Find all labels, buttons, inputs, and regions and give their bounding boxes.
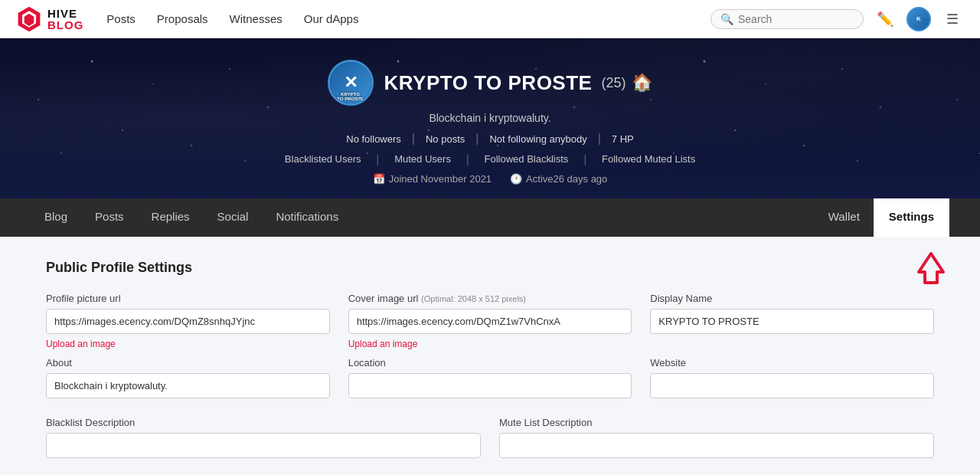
nav-links: Posts Proposals Witnesses Our dApps bbox=[106, 12, 710, 25]
profile-meta: 📅 Joined November 2021 🕐 Active26 days a… bbox=[15, 173, 965, 185]
location-input[interactable] bbox=[348, 373, 632, 398]
clock-icon: 🕐 bbox=[510, 173, 522, 185]
followed-blacklists-link[interactable]: Followed Blacklists bbox=[485, 153, 569, 165]
profile-reputation: (25) bbox=[601, 75, 626, 91]
form-row-3: Blacklist Description Mute List Descript… bbox=[46, 417, 934, 458]
profile-joined: 📅 Joined November 2021 bbox=[373, 173, 492, 185]
about-label: About bbox=[46, 357, 330, 369]
avatar-x-icon: ✕ bbox=[344, 73, 358, 93]
search-input[interactable] bbox=[738, 13, 854, 25]
profile-avatar[interactable]: ✕ KRYPTOTO PROSTE bbox=[328, 60, 374, 106]
nav-dapps[interactable]: Our dApps bbox=[304, 12, 359, 25]
profile-tagline: Blockchain i kryptowaluty. bbox=[15, 112, 965, 124]
edit-icon-button[interactable]: ✏️ bbox=[873, 7, 897, 31]
profile-hp[interactable]: 7 HP bbox=[601, 133, 645, 145]
profile-posts[interactable]: No posts bbox=[415, 133, 475, 145]
section-title: Public Profile Settings bbox=[46, 260, 934, 276]
website-label: Website bbox=[650, 357, 934, 369]
cover-image-hint: (Optimal: 2048 x 512 pixels) bbox=[421, 294, 526, 303]
profile-picture-group: Profile picture url Upload an image bbox=[46, 293, 330, 349]
profile-stats: No followers | No posts | Not following … bbox=[15, 132, 965, 146]
profile-followers[interactable]: No followers bbox=[335, 133, 412, 145]
profile-username: KRYPTO TO PROSTE bbox=[384, 71, 593, 95]
subnav-replies[interactable]: Replies bbox=[138, 198, 204, 237]
upload-cover-image-link[interactable]: Upload an image bbox=[348, 339, 632, 349]
profile-picture-input[interactable] bbox=[46, 309, 330, 334]
website-input[interactable] bbox=[650, 373, 934, 398]
scroll-top-icon bbox=[913, 249, 949, 286]
logo-area[interactable]: HIVE BLOG bbox=[15, 5, 83, 33]
menu-button[interactable]: ☰ bbox=[940, 7, 965, 31]
subnav-wallet[interactable]: Wallet bbox=[815, 198, 874, 237]
about-group: About bbox=[46, 357, 330, 398]
profile-top: ✕ KRYPTOTO PROSTE KRYPTO TO PROSTE (25) … bbox=[15, 60, 965, 106]
profile-name-area: KRYPTO TO PROSTE (25) 🏠 bbox=[384, 71, 653, 95]
mute-list-desc-group: Mute List Description bbox=[499, 417, 934, 458]
sub-nav-right: Wallet Settings bbox=[815, 198, 949, 237]
mute-list-desc-input[interactable] bbox=[499, 433, 934, 458]
display-name-group: Display Name bbox=[650, 293, 934, 349]
svg-marker-3 bbox=[919, 254, 943, 283]
mute-list-desc-label: Mute List Description bbox=[499, 417, 934, 428]
sub-nav-links: Blog Posts Replies Social Notifications bbox=[31, 198, 815, 237]
logo-blog: BLOG bbox=[47, 19, 83, 31]
cover-image-label: Cover image url (Optimal: 2048 x 512 pix… bbox=[348, 293, 632, 304]
profile-links: Blacklisted Users | Muted Users | Follow… bbox=[15, 153, 965, 165]
profile-emoji: 🏠 bbox=[632, 73, 652, 93]
blacklisted-users-link[interactable]: Blacklisted Users bbox=[285, 153, 361, 165]
calendar-icon: 📅 bbox=[373, 173, 385, 185]
followed-muted-lists-link[interactable]: Followed Muted Lists bbox=[602, 153, 695, 165]
logo-text: HIVE BLOG bbox=[47, 8, 83, 31]
avatar-label: KRYPTOTO PROSTE bbox=[337, 92, 364, 102]
subnav-settings[interactable]: Settings bbox=[874, 198, 949, 237]
blacklist-desc-group: Blacklist Description bbox=[46, 417, 481, 458]
display-name-label: Display Name bbox=[650, 293, 934, 304]
main-content: Public Profile Settings Profile picture … bbox=[0, 237, 980, 475]
display-name-input[interactable] bbox=[650, 309, 934, 334]
nav-proposals[interactable]: Proposals bbox=[157, 12, 208, 25]
form-row-1: Profile picture url Upload an image Cove… bbox=[46, 293, 934, 349]
subnav-social[interactable]: Social bbox=[204, 198, 263, 237]
profile-banner: ✕ KRYPTOTO PROSTE KRYPTO TO PROSTE (25) … bbox=[0, 38, 980, 198]
profile-active: 🕐 Active26 days ago bbox=[510, 173, 607, 185]
top-nav: HIVE BLOG Posts Proposals Witnesses Our … bbox=[0, 0, 980, 38]
upload-profile-image-link[interactable]: Upload an image bbox=[46, 339, 330, 349]
muted-users-link[interactable]: Muted Users bbox=[394, 153, 451, 165]
scroll-top-button[interactable] bbox=[913, 249, 949, 286]
cover-image-input[interactable] bbox=[348, 309, 632, 334]
about-input[interactable] bbox=[46, 373, 330, 398]
search-icon: 🔍 bbox=[720, 13, 733, 25]
location-group: Location bbox=[348, 357, 632, 398]
profile-picture-label: Profile picture url bbox=[46, 293, 330, 304]
nav-posts[interactable]: Posts bbox=[106, 12, 136, 25]
logo-hive: HIVE bbox=[47, 8, 83, 19]
sub-nav: Blog Posts Replies Social Notifications … bbox=[0, 198, 980, 237]
subnav-notifications[interactable]: Notifications bbox=[262, 198, 352, 237]
subnav-posts[interactable]: Posts bbox=[81, 198, 138, 237]
nav-right: 🔍 ✏️ K ☰ bbox=[710, 7, 965, 31]
cover-image-group: Cover image url (Optimal: 2048 x 512 pix… bbox=[348, 293, 632, 349]
subnav-blog[interactable]: Blog bbox=[31, 198, 81, 237]
form-row-2: About Location Website bbox=[46, 357, 934, 398]
blacklist-desc-label: Blacklist Description bbox=[46, 417, 481, 428]
website-group: Website bbox=[650, 357, 934, 398]
blacklist-desc-input[interactable] bbox=[46, 433, 481, 458]
nav-witnesses[interactable]: Witnesses bbox=[230, 12, 283, 25]
search-box[interactable]: 🔍 bbox=[710, 9, 864, 29]
location-label: Location bbox=[348, 357, 632, 369]
profile-following[interactable]: Not following anybody bbox=[479, 133, 597, 145]
user-avatar[interactable]: K bbox=[906, 7, 931, 31]
hive-logo-icon bbox=[15, 5, 43, 33]
